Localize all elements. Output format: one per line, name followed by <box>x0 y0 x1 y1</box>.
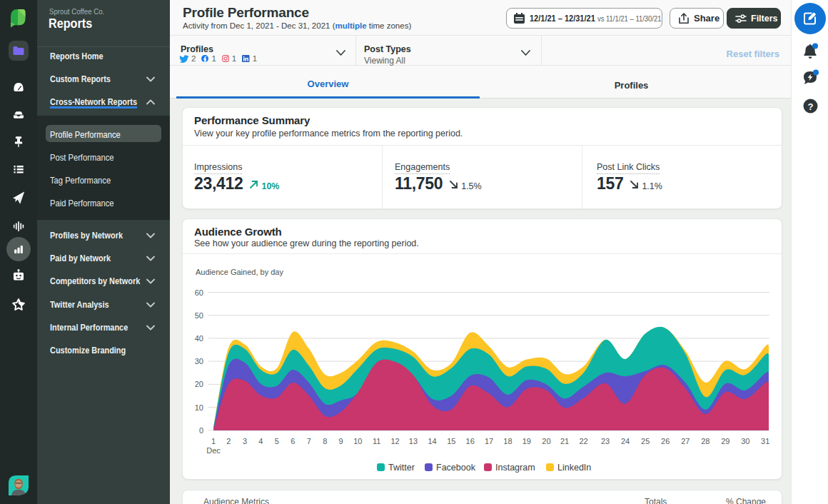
svg-text:30: 30 <box>195 357 203 366</box>
svg-text:Twitter: Twitter <box>388 463 415 473</box>
svg-text:Instagram: Instagram <box>495 463 535 473</box>
svg-text:13: 13 <box>409 437 418 445</box>
svg-text:24: 24 <box>621 437 630 445</box>
svg-text:8: 8 <box>323 437 327 445</box>
svg-text:12: 12 <box>390 437 399 445</box>
svg-text:Dec: Dec <box>206 446 221 455</box>
svg-text:18: 18 <box>503 437 512 445</box>
svg-text:23: 23 <box>601 437 610 445</box>
svg-text:3: 3 <box>243 437 247 445</box>
svg-text:0: 0 <box>199 426 203 435</box>
svg-text:31: 31 <box>761 437 769 445</box>
svg-text:11: 11 <box>373 437 380 445</box>
svg-text:Audience Gained, by day: Audience Gained, by day <box>196 268 283 276</box>
svg-text:30: 30 <box>741 437 749 445</box>
svg-text:15: 15 <box>447 437 455 445</box>
svg-text:19: 19 <box>522 437 531 445</box>
svg-text:LinkedIn: LinkedIn <box>557 463 591 473</box>
svg-text:50: 50 <box>195 311 203 320</box>
svg-text:10: 10 <box>353 437 362 445</box>
svg-text:1: 1 <box>211 437 216 445</box>
svg-text:14: 14 <box>428 437 436 445</box>
svg-text:20: 20 <box>542 437 550 445</box>
svg-text:6: 6 <box>291 437 295 445</box>
svg-text:Facebook: Facebook <box>436 463 476 473</box>
svg-text:9: 9 <box>339 437 343 445</box>
svg-text:10: 10 <box>195 403 203 412</box>
svg-text:60: 60 <box>195 288 203 297</box>
svg-text:28: 28 <box>701 437 710 445</box>
svg-text:17: 17 <box>485 437 493 445</box>
svg-text:2: 2 <box>226 437 231 445</box>
svg-text:20: 20 <box>195 380 203 388</box>
svg-text:26: 26 <box>661 437 670 445</box>
svg-text:7: 7 <box>307 437 311 445</box>
svg-text:25: 25 <box>641 437 650 445</box>
svg-text:21: 21 <box>560 437 569 445</box>
svg-text:5: 5 <box>275 437 279 445</box>
svg-text:27: 27 <box>681 437 690 445</box>
svg-text:40: 40 <box>195 334 203 343</box>
svg-text:22: 22 <box>579 437 587 445</box>
svg-text:29: 29 <box>721 437 729 445</box>
svg-text:?: ? <box>808 101 814 112</box>
svg-text:4: 4 <box>258 437 263 445</box>
svg-text:16: 16 <box>466 437 475 445</box>
